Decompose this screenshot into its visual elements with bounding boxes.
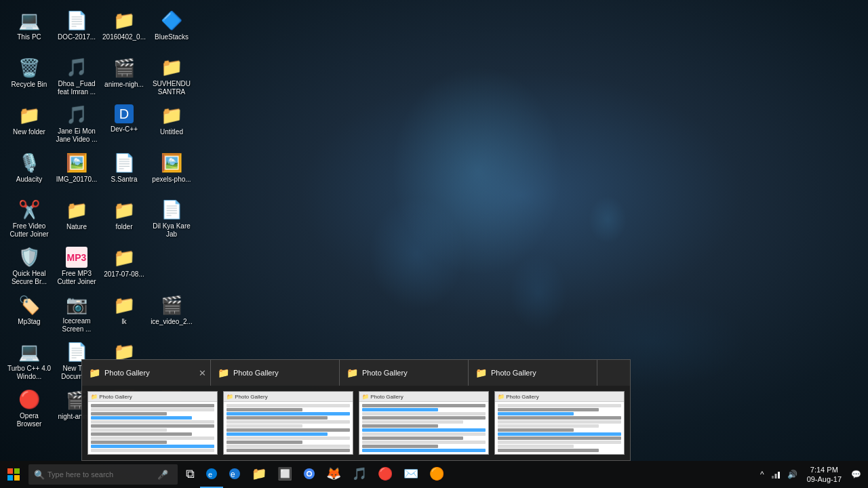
icon-s-santra[interactable]: 📄 S.Santra <box>100 148 148 195</box>
tray-notification[interactable]: 💬 <box>848 470 864 479</box>
tab-label-2: Photo Gallery <box>233 369 279 377</box>
icon-opera-browser[interactable]: 🔴 Opera Browser <box>5 385 53 432</box>
icon-untitled[interactable]: 📁 Untitled <box>148 100 195 148</box>
icon-free-mp3[interactable]: MP3 Free MP3 Cutter Joiner <box>53 243 100 290</box>
tab-folder-icon-2: 📁 <box>218 367 229 378</box>
taskbar-app-mail[interactable]: ✉️ <box>398 461 424 488</box>
icon-dev-cpp[interactable]: D Dev-C++ <box>100 100 148 148</box>
tab-label-1: Photo Gallery <box>104 369 150 377</box>
tab-label-3: Photo Gallery <box>362 369 408 377</box>
tab-folder-icon-1: 📁 <box>89 367 100 378</box>
icon-doc-2017[interactable]: 📄 DOC-2017... <box>53 5 100 53</box>
icon-audacity[interactable]: 🎙️ Audacity <box>5 148 53 195</box>
clock-time: 7:14 PM <box>807 465 842 474</box>
icon-mp3tag[interactable]: 🏷️ Mp3tag <box>5 290 53 338</box>
taskbar-apps: ⧉ e e 📁 🔲 <box>178 461 757 488</box>
gallery-thumb-2[interactable]: 📁 Photo Gallery <box>223 391 353 455</box>
search-icon: 🔍 <box>34 470 45 480</box>
gallery-tab-2[interactable]: 📁 Photo Gallery <box>211 360 340 386</box>
icon-icecream-screen[interactable]: 📷 Icecream Screen ... <box>53 290 100 338</box>
icon-new-folder[interactable]: 📁 New folder <box>5 100 53 148</box>
edge-icon: e <box>205 468 218 480</box>
photo-gallery-popup: 📁 Photo Gallery ✕ 📁 Photo Gallery 📁 Phot… <box>81 359 631 461</box>
taskbar-app-chrome[interactable] <box>298 461 321 488</box>
desktop: 💻 This PC 📄 DOC-2017... 📁 20160402_0... … <box>0 0 868 488</box>
tray-show-hidden[interactable]: ^ <box>757 470 767 479</box>
icon-turbo-cpp[interactable]: 💻 Turbo C++ 4.0 Windo... <box>5 338 53 385</box>
gallery-tab-1[interactable]: 📁 Photo Gallery ✕ <box>82 360 211 386</box>
taskbar-app-music[interactable]: 🎵 <box>347 461 372 488</box>
icon-nature[interactable]: 📁 Nature <box>53 195 100 243</box>
clock[interactable]: 7:14 PM 09-Aug-17 <box>802 465 847 485</box>
windows-icon <box>7 468 20 481</box>
icon-jane-ei-mon[interactable]: 🎵 Jane Ei Mon Jane Video ... <box>53 100 100 148</box>
microphone-icon: 🎤 <box>157 470 168 480</box>
gallery-thumb-3[interactable]: 📁 Photo Gallery <box>359 391 489 455</box>
clock-date: 09-Aug-17 <box>807 474 842 484</box>
svg-rect-3 <box>14 475 20 481</box>
system-tray: ^ 🔊 7:14 PM 09-Aug-17 💬 <box>757 461 868 488</box>
svg-text:e: e <box>208 470 212 479</box>
svg-rect-12 <box>774 474 776 479</box>
tab-folder-icon-4: 📁 <box>475 367 487 378</box>
tray-volume[interactable]: 🔊 <box>785 470 800 479</box>
start-button[interactable] <box>0 461 27 488</box>
gallery-thumb-4[interactable]: 📁 Photo Gallery <box>494 391 625 455</box>
icon-2017-07-08[interactable]: 📁 2017-07-08... <box>100 243 148 290</box>
icon-quick-heal[interactable]: 🛡️ Quick Heal Secure Br... <box>5 243 53 290</box>
svg-rect-13 <box>778 472 780 479</box>
taskbar-app-ie[interactable]: e <box>223 461 246 488</box>
gallery-tab-3[interactable]: 📁 Photo Gallery <box>340 360 469 386</box>
tab-label-4: Photo Gallery <box>491 369 536 377</box>
icon-20160402[interactable]: 📁 20160402_0... <box>100 5 148 53</box>
icon-lk[interactable]: 📁 lk <box>100 290 148 338</box>
icon-dil-kya-kare[interactable]: 📄 Dil Kya Kare Jab <box>148 195 195 243</box>
ie-icon: e <box>229 468 241 480</box>
gallery-tab-4[interactable]: 📁 Photo Gallery <box>469 360 597 386</box>
svg-rect-0 <box>7 468 13 474</box>
search-bar[interactable]: 🔍 🎤 <box>28 464 178 485</box>
gallery-thumbnails: 📁 Photo Gallery 📁 Photo Gallery <box>82 386 630 460</box>
taskbar-app-edge[interactable]: e <box>200 461 223 488</box>
taskbar-app-unknown2[interactable]: 🟠 <box>424 461 450 488</box>
icon-pexels[interactable]: 🖼️ pexels-pho... <box>148 148 195 195</box>
taskbar: 🔍 🎤 ⧉ e e 📁 🔲 <box>0 461 868 488</box>
search-input[interactable] <box>47 470 156 479</box>
icon-img-20170[interactable]: 🖼️ IMG_20170... <box>53 148 100 195</box>
svg-rect-2 <box>7 475 13 481</box>
icon-this-pc[interactable]: 💻 This PC <box>5 5 53 53</box>
tab-folder-icon-3: 📁 <box>347 367 358 378</box>
svg-rect-1 <box>14 468 20 474</box>
icon-suvhendu[interactable]: 📁 SUVHENDU SANTRA <box>148 53 195 100</box>
svg-point-10 <box>308 472 311 476</box>
icon-dhoa-fuad[interactable]: 🎵 Dhoa _Fuad feat Imran ... <box>53 53 100 100</box>
task-view-button[interactable]: ⧉ <box>180 461 200 488</box>
tray-network[interactable] <box>768 470 783 479</box>
taskbar-app-firefox[interactable]: 🦊 <box>321 461 347 488</box>
taskbar-app-opera[interactable]: 🔴 <box>372 461 398 488</box>
gallery-tab-bar: 📁 Photo Gallery ✕ 📁 Photo Gallery 📁 Phot… <box>82 360 630 386</box>
gallery-thumb-1[interactable]: 📁 Photo Gallery <box>87 391 218 455</box>
taskbar-app-unknown1[interactable]: 🔲 <box>272 461 298 488</box>
network-icon <box>771 470 781 479</box>
icon-recycle-bin[interactable]: 🗑️ Recycle Bin <box>5 53 53 100</box>
icon-folder[interactable]: 📁 folder <box>100 195 148 243</box>
taskbar-app-explorer[interactable]: 📁 <box>246 461 272 488</box>
icon-ice-video[interactable]: 🎬 ice_video_2... <box>148 290 195 338</box>
tab-close-1[interactable]: ✕ <box>199 368 206 378</box>
svg-rect-11 <box>772 476 774 479</box>
icon-free-video-cutter[interactable]: ✂️ Free Video Cutter Joiner <box>5 195 53 243</box>
icon-bluestacks[interactable]: 🔷 BlueStacks <box>148 5 195 53</box>
chrome-icon <box>303 468 315 480</box>
icon-anime-nigh[interactable]: 🎬 anime-nigh... <box>100 53 148 100</box>
svg-text:e: e <box>231 470 235 479</box>
